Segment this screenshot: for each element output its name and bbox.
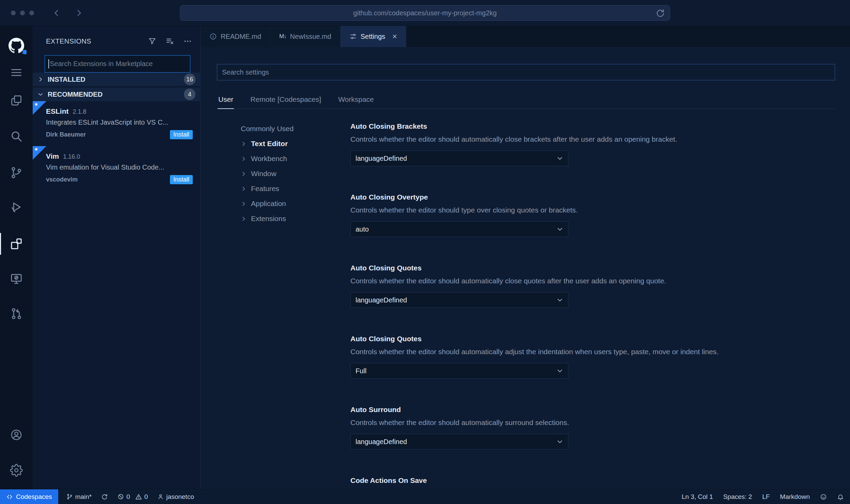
minimize-window-button[interactable] — [20, 11, 25, 15]
setting-dropdown[interactable]: auto — [350, 221, 568, 237]
user-indicator[interactable]: jasonetco — [157, 493, 194, 501]
info-icon — [209, 33, 217, 40]
settings-toc: Commonly Used Text Editor Workbench — [241, 121, 350, 489]
section-label: INSTALLED — [48, 76, 184, 83]
star-icon: ★ — [34, 101, 38, 107]
toc-window[interactable]: Window — [241, 166, 350, 181]
browser-chrome: github.com/codespaces/user-my-project-mg… — [0, 0, 850, 26]
extensions-search-input[interactable] — [45, 55, 190, 73]
sidebar-section-installed[interactable]: INSTALLED 16 — [33, 73, 200, 86]
problems-indicator[interactable]: 0 0 — [117, 493, 148, 501]
setting-row: Auto Closing Quotes Controls whether the… — [350, 263, 835, 308]
setting-title: Auto Closing Quotes — [350, 263, 835, 273]
browser-back-button[interactable] — [50, 7, 63, 19]
toc-label: Extensions — [251, 215, 286, 223]
toc-label: Features — [251, 185, 279, 193]
toc-extensions[interactable]: Extensions — [241, 211, 350, 226]
app-window: github.com/codespaces/user-my-project-mg… — [0, 0, 850, 504]
extension-name: ESLint — [46, 107, 69, 115]
extension-author: Dirk Baeumer — [46, 131, 86, 138]
extension-version: 1.16.0 — [63, 153, 80, 160]
sidebar-section-recommended[interactable]: RECOMMENDED 4 — [33, 88, 200, 101]
maximize-window-button[interactable] — [29, 11, 34, 15]
tab-settings[interactable]: Settings × — [341, 26, 406, 47]
source-control-icon[interactable] — [0, 162, 33, 184]
extension-author: vscodevim — [46, 176, 78, 183]
extensions-icon[interactable] — [0, 233, 33, 255]
setting-dropdown[interactable]: languageDefined — [350, 292, 568, 308]
scope-tab-user[interactable]: User — [218, 92, 234, 109]
main-area: EXTENSIONS — [0, 26, 850, 489]
setting-row: Auto Closing Overtype Controls whether t… — [350, 192, 835, 237]
sync-icon[interactable] — [101, 493, 108, 500]
run-debug-icon[interactable] — [0, 196, 33, 218]
tab-label: README.md — [221, 33, 261, 41]
browser-forward-button[interactable] — [73, 7, 85, 19]
setting-description: Controls whether the editor should autom… — [350, 134, 835, 144]
person-icon — [157, 493, 164, 500]
chevron-down-icon — [556, 226, 563, 233]
account-icon[interactable] — [0, 424, 33, 446]
notifications-bell-icon[interactable] — [837, 493, 844, 500]
dropdown-value: languageDefined — [356, 438, 407, 446]
tab-newissue[interactable]: M↓ NewIssue.md — [270, 26, 341, 47]
toc-features[interactable]: Features — [241, 181, 350, 196]
feedback-icon[interactable] — [820, 493, 827, 500]
setting-dropdown[interactable]: languageDefined — [350, 151, 568, 166]
remote-indicator[interactable]: Codespaces — [0, 489, 58, 504]
pull-requests-icon[interactable] — [0, 303, 33, 325]
scope-tab-workspace[interactable]: Workspace — [337, 92, 375, 109]
git-branch-icon — [66, 493, 73, 500]
close-window-button[interactable] — [11, 11, 16, 15]
window-controls[interactable] — [11, 11, 34, 15]
tab-label: NewIssue.md — [290, 33, 331, 41]
tab-readme[interactable]: README.md — [201, 26, 270, 47]
more-actions-icon[interactable] — [183, 37, 192, 46]
setting-dropdown[interactable]: Full — [350, 363, 568, 379]
setting-title: Code Actions On Save — [350, 475, 835, 486]
dropdown-value: languageDefined — [356, 155, 407, 162]
toc-workbench[interactable]: Workbench — [241, 151, 350, 166]
install-button[interactable]: Install — [170, 175, 193, 184]
scope-tab-remote[interactable]: Remote [Codespaces] — [250, 92, 322, 109]
close-tab-icon[interactable]: × — [392, 32, 397, 41]
installed-count-badge: 16 — [184, 74, 195, 85]
setting-description: Controls whether the editor should type … — [350, 205, 835, 215]
clear-extensions-icon[interactable] — [166, 37, 174, 46]
address-bar[interactable]: github.com/codespaces/user-my-project-mg… — [180, 5, 670, 21]
filter-icon[interactable] — [148, 37, 157, 46]
extension-list-item[interactable]: ★ ESLint 2.1.8 Integrates ESLint JavaScr… — [33, 101, 200, 144]
branch-indicator[interactable]: main* — [66, 493, 92, 501]
section-label: RECOMMENDED — [48, 91, 184, 98]
toc-label: Window — [251, 170, 277, 178]
menu-icon[interactable] — [0, 62, 33, 83]
toc-commonly-used[interactable]: Commonly Used — [241, 121, 350, 136]
warning-count: 0 — [144, 493, 148, 501]
search-icon[interactable] — [0, 125, 33, 147]
codespaces-icon — [6, 493, 13, 500]
setting-title: Auto Surround — [350, 405, 835, 415]
chevron-down-icon — [37, 91, 48, 97]
eol-indicator[interactable]: LF — [762, 493, 770, 501]
settings-scope-tabs: User Remote [Codespaces] Workspace — [217, 92, 835, 109]
toc-application[interactable]: Application — [241, 196, 350, 211]
tab-label: Settings — [361, 33, 385, 41]
toc-text-editor[interactable]: Text Editor — [241, 136, 350, 151]
extension-list-item[interactable]: ★ Vim 1.16.0 Vim emulation for Visual St… — [33, 146, 200, 189]
extensions-search-wrap — [45, 55, 190, 73]
refresh-icon[interactable] — [656, 9, 665, 18]
setting-row: Auto Closing Brackets Controls whether t… — [350, 121, 835, 166]
activity-bar — [0, 26, 33, 489]
cursor-position[interactable]: Ln 3, Col 1 — [682, 493, 713, 501]
chevron-right-icon — [241, 141, 251, 147]
settings-search-input[interactable] — [217, 64, 835, 80]
star-icon: ★ — [34, 146, 38, 152]
markdown-icon: M↓ — [279, 33, 286, 40]
remote-explorer-icon[interactable] — [0, 268, 33, 289]
language-mode[interactable]: Markdown — [780, 493, 810, 501]
setting-dropdown[interactable]: languageDefined — [350, 434, 568, 450]
install-button[interactable]: Install — [170, 130, 193, 139]
explorer-icon[interactable] — [0, 90, 33, 111]
indentation[interactable]: Spaces: 2 — [723, 493, 752, 501]
settings-gear-icon[interactable] — [0, 459, 33, 481]
